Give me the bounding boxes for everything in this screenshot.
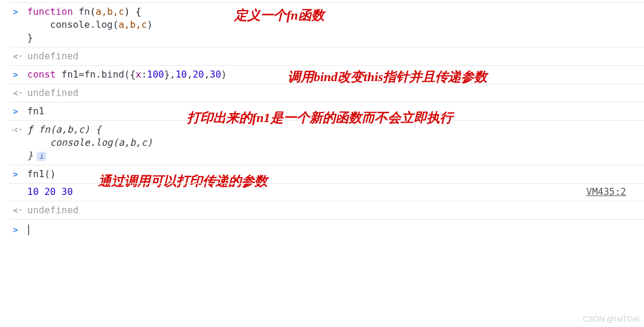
undefined-output: undefined xyxy=(27,50,644,63)
undefined-output: undefined xyxy=(27,204,644,217)
code-text: fn1=fn.bind({ xyxy=(62,69,136,80)
console-output-row: <· ƒ fn(a,b,c) { console.log(a,b,c) }i ▸… xyxy=(9,120,644,165)
number-literal: 100 xyxy=(147,69,164,80)
console-output-row: <· undefined xyxy=(9,47,644,65)
console-area: > function fn(a,b,c) { console.log(a,b,c… xyxy=(0,0,644,239)
undefined-output: undefined xyxy=(27,86,644,100)
code-line: fn1 xyxy=(27,105,644,118)
console-input-row[interactable]: > fn1 xyxy=(9,102,644,120)
console-input-row[interactable]: > fn1() 通过调用可以打印传递的参数 xyxy=(9,165,644,183)
chevron-left-icon: <· xyxy=(13,86,27,100)
code-line: console.log( xyxy=(27,19,118,30)
paren-open: ( xyxy=(90,6,96,17)
colon: : xyxy=(141,69,147,80)
expand-triangle-icon[interactable]: ▸ xyxy=(11,124,17,135)
number-literal: 30 xyxy=(210,69,221,80)
watermark: CSDN @IsITGirl xyxy=(582,315,639,323)
function-glyph-icon: ƒ xyxy=(27,124,38,135)
brace-close: } xyxy=(27,150,33,161)
chevron-left-icon: <· xyxy=(13,50,27,63)
keyword-const: const xyxy=(27,69,62,80)
chevron-right-icon: > xyxy=(13,223,27,236)
console-input-row[interactable]: > function fn(a,b,c) { console.log(a,b,c… xyxy=(9,2,644,47)
log-values: 10 20 30 xyxy=(27,186,73,197)
console-input-row[interactable]: > const fn1=fn.bind({x:100},10,20,30) 调用… xyxy=(9,65,644,84)
fn-args: a,b,c xyxy=(96,6,124,17)
chevron-right-icon: > xyxy=(13,5,27,18)
function-dump: ƒ fn(a,b,c) { console.log(a,b,c) }i xyxy=(27,123,644,162)
chevron-right-icon: > xyxy=(13,68,27,81)
log-args: a,b,c xyxy=(118,19,147,30)
info-icon[interactable]: i xyxy=(37,152,46,161)
console-prompt[interactable]: > xyxy=(9,219,644,239)
text-cursor-icon xyxy=(28,225,29,235)
comma: , xyxy=(187,69,193,80)
number-literal: 20 xyxy=(192,69,204,80)
console-log-output: 10 20 30 VM435:2 xyxy=(9,183,644,201)
code-line-end: ) xyxy=(147,19,153,30)
code-line: fn1() xyxy=(27,168,644,181)
paren-close: ) { xyxy=(124,6,141,17)
chevron-right-icon: > xyxy=(13,105,27,118)
console-output-row: <· undefined xyxy=(9,201,644,219)
chevron-right-icon: > xyxy=(13,168,27,181)
code-block: function fn(a,b,c) { console.log(a,b,c) … xyxy=(27,5,644,44)
paren-close: ) xyxy=(221,69,227,80)
number-literal: 10 xyxy=(175,69,186,80)
obj-prop: x xyxy=(136,69,141,80)
vm-source-link[interactable]: VM435:2 xyxy=(587,186,626,197)
brace-close: } xyxy=(27,32,33,43)
comma: , xyxy=(204,69,210,80)
fn-name: fn xyxy=(79,6,90,17)
code-text: fn(a,b,c) { xyxy=(38,124,101,135)
code-text: }, xyxy=(164,69,175,80)
chevron-left-icon: <· xyxy=(13,204,27,217)
code-text: console.log(a,b,c) xyxy=(27,137,153,148)
console-output-row: <· undefined xyxy=(9,84,644,102)
code-line: const fn1=fn.bind({x:100},10,20,30) xyxy=(27,68,644,81)
keyword-function: function xyxy=(27,6,79,17)
